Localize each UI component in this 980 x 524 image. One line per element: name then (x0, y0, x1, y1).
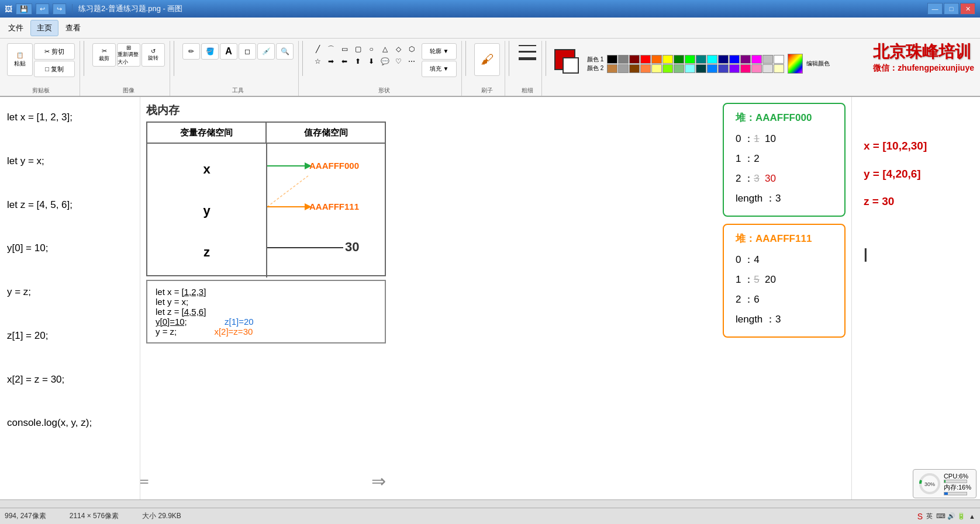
heap-orange-row-1: 1 ：5 20 (736, 270, 833, 290)
svg-text:30: 30 (345, 240, 359, 254)
swatch-teal[interactable] (696, 55, 706, 64)
nav-next[interactable]: ⇒ (371, 471, 386, 491)
swatch-navy[interactable] (718, 55, 729, 64)
color2-label: 颜色 2 (587, 64, 603, 72)
shape-more[interactable]: ⋯ (405, 55, 418, 67)
quick-save[interactable]: 💾 (16, 4, 32, 15)
gradient-swatch[interactable] (788, 54, 803, 74)
swatch-yellow[interactable] (662, 55, 673, 64)
rotate-button[interactable]: ↺旋转 (142, 43, 165, 67)
scrollbar-bottom[interactable] (0, 499, 980, 508)
shape-rect[interactable]: ▭ (338, 43, 351, 55)
svg-text:30%: 30% (924, 481, 935, 487)
swatch-lightpink[interactable] (751, 64, 762, 73)
close-button[interactable]: ✕ (960, 3, 975, 15)
shape-curve[interactable]: ⌒ (325, 43, 337, 55)
maximize-button[interactable]: □ (944, 3, 959, 15)
paste-button[interactable]: 📋 粘贴 (7, 43, 33, 76)
shape-star[interactable]: ☆ (311, 55, 324, 67)
minimize-button[interactable]: — (927, 3, 943, 15)
swatch-magenta[interactable] (751, 55, 762, 64)
mem-header: 变量存储空间 值存储空间 (147, 123, 385, 144)
copy-button[interactable]: □ 复制 (34, 61, 75, 77)
nav-prev[interactable]: ⇐ (140, 471, 149, 491)
swatch-darkorange[interactable] (629, 64, 640, 73)
shape-line[interactable]: ╱ (311, 43, 324, 55)
swatch-lightorange[interactable] (640, 64, 651, 73)
swatch-cyan[interactable] (707, 55, 717, 64)
swatch-red[interactable] (640, 55, 651, 64)
crop-button[interactable]: ✂裁剪 (92, 43, 116, 67)
swatch-blue[interactable] (729, 55, 740, 64)
swatch-lightyellow[interactable] (651, 64, 662, 73)
shape-arrow-left[interactable]: ⬅ (338, 55, 351, 67)
resize-button[interactable]: ⊞重新调整大小 (117, 43, 140, 67)
swatch-lightgray[interactable] (618, 64, 629, 73)
color1-label: 颜色 1 (587, 55, 603, 64)
sep3 (302, 41, 303, 76)
shape-callout[interactable]: 💬 (378, 55, 391, 67)
swatch-white[interactable] (774, 55, 784, 64)
shape-arrow-down[interactable]: ⬇ (365, 55, 378, 67)
thickness-3[interactable] (519, 57, 536, 60)
pencil-button[interactable]: ✏ (182, 43, 200, 60)
swatch-orange[interactable] (651, 55, 662, 64)
swatch-pink[interactable] (740, 64, 751, 73)
edit-color-button[interactable]: 编辑颜色 (806, 60, 830, 68)
swatch-silver[interactable] (762, 55, 773, 64)
swatch-brown[interactable] (607, 64, 617, 73)
eyedropper-button[interactable]: 💉 (257, 43, 275, 60)
brush-button[interactable]: 🖌 (474, 43, 500, 76)
window-controls: — □ ✕ (927, 3, 975, 15)
quick-redo[interactable]: ↪ (53, 4, 66, 15)
swatch-chartreuse[interactable] (662, 64, 673, 73)
val-col: AAAFFF000 AAAFFF111 30 (267, 144, 385, 277)
fill-button[interactable]: 🪣 (201, 43, 219, 60)
mem-bar-row (944, 492, 971, 495)
swatch-cream[interactable] (774, 64, 784, 73)
swatch-darkred[interactable] (629, 55, 640, 64)
eraser-button[interactable]: ◻ (239, 43, 256, 60)
heap-green-row-0: 0 ：1 10 (736, 129, 833, 149)
text-button[interactable]: A (220, 43, 237, 60)
swatch-violet[interactable] (729, 64, 740, 73)
shape-round-rect[interactable]: ▢ (351, 43, 364, 55)
swatch-black[interactable] (607, 55, 617, 64)
outline-button[interactable]: 轮廓 ▼ (422, 43, 457, 60)
ribbon-shapes: ╱ ⌒ ▭ ▢ ○ △ ◇ ⬡ ☆ ➡ ⬅ ⬆ ⬇ 💬 ♡ ⋯ 轮廓 ▼ 填充 … (306, 41, 462, 96)
color-row-2 (607, 64, 784, 73)
shape-diamond[interactable]: ◇ (392, 43, 405, 55)
cut-button[interactable]: ✂ 剪切 (34, 43, 75, 60)
swatch-medblue[interactable] (718, 64, 729, 73)
menu-view[interactable]: 查看 (60, 20, 87, 36)
swatch-skyblue[interactable] (707, 64, 717, 73)
swatch-lime[interactable] (685, 55, 695, 64)
swatch-verylightgray[interactable] (762, 64, 773, 73)
svg-text:AAAFFF000: AAAFFF000 (309, 161, 359, 171)
swatch-gray[interactable] (618, 55, 629, 64)
fill-option-button[interactable]: 填充 ▼ (422, 61, 457, 77)
heap-box-orange: 堆：AAAFFF111 0 ：4 1 ：5 20 2 ：6 length ：3 (723, 224, 846, 338)
menu-file[interactable]: 文件 (2, 20, 29, 36)
swatch-purple[interactable] (740, 55, 751, 64)
tray-lang: 英 (926, 512, 933, 520)
shape-ellipse[interactable]: ○ (365, 43, 378, 55)
code-line-5: let z = [4, 5, 6]; (7, 194, 133, 216)
shape-heart[interactable]: ♡ (392, 55, 405, 67)
quick-undo[interactable]: ↩ (36, 4, 49, 15)
thickness-1[interactable] (519, 45, 536, 46)
swatch-lightgreen[interactable] (674, 64, 684, 73)
swatch-lightcyan[interactable] (685, 64, 695, 73)
shape-triangle[interactable]: △ (378, 43, 391, 55)
mem-bar-bg (944, 492, 967, 495)
thickness-2[interactable] (519, 51, 536, 53)
memory-percent: 内存:16% (944, 483, 971, 492)
swatch-green[interactable] (674, 55, 684, 64)
menu-home[interactable]: 主页 (30, 20, 58, 36)
swatch-darkteal[interactable] (696, 64, 706, 73)
color2-active[interactable] (563, 57, 579, 74)
shape-polygon[interactable]: ⬡ (405, 43, 418, 55)
shape-arrow[interactable]: ➡ (325, 55, 337, 67)
magnify-button[interactable]: 🔍 (276, 43, 294, 60)
shape-arrow-up[interactable]: ⬆ (351, 55, 364, 67)
